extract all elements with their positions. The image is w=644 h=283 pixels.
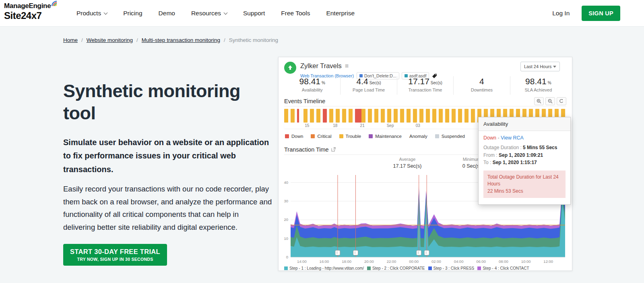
time-range-select[interactable]: Last 24 Hours [520,62,560,71]
stat-sla-achieved: 98.41%SLA Achieved [510,76,566,95]
nav-item-support[interactable]: Support [243,10,265,17]
timeline-bar[interactable] [336,109,340,123]
view-rca-link[interactable]: View RCA [501,135,524,141]
timeline-bar[interactable] [413,109,417,123]
timeline-bar[interactable] [355,109,362,123]
signup-button[interactable]: SIGN UP [582,6,620,21]
step-legend-item: Step - 1 : Loading - http://www.vtitan.c… [284,266,364,271]
timeline-bar[interactable] [445,109,449,123]
breadcrumb-item[interactable]: Home [63,37,78,43]
svg-text:20: 20 [284,217,288,222]
timeline-bar[interactable] [387,109,391,123]
events-timeline-title: Events Timeline [284,98,325,104]
zoom-reset-button[interactable] [557,97,566,105]
timeline-bar[interactable] [368,109,372,123]
breadcrumb-item[interactable]: Multi-step transaction monitoring [142,37,220,43]
average-label: Average [387,157,427,162]
timeline-bar[interactable] [342,109,346,123]
timeline-bar[interactable] [310,109,314,123]
timeline-bar[interactable] [426,109,430,123]
timeline-axis-label: Sep [387,123,394,128]
timeline-bar[interactable] [471,109,475,123]
nav-item-label: Free Tools [281,10,310,17]
breadcrumb-separator: / [81,37,83,43]
stat-label: Transaction Time [397,87,453,92]
timeline-bar[interactable] [297,109,299,123]
breadcrumb-item[interactable]: Website monitoring [87,37,133,43]
nav-item-enterprise[interactable]: Enterprise [326,10,355,17]
status-up-icon [284,62,296,74]
svg-text:08:00: 08:00 [499,259,508,264]
hero-section: Synthetic monitoring tool Simulate user … [63,80,272,266]
timeline-bar[interactable] [323,109,327,123]
logo-brand-text: ManageEngine [4,2,51,10]
timeline-bar[interactable] [419,109,423,123]
timeline-bar[interactable] [400,109,404,123]
stat-transaction-time: 17.17Sec(s)Transaction Time [397,76,454,95]
timeline-bar[interactable] [361,109,365,123]
svg-text:06:00: 06:00 [476,259,486,264]
nav-item-free-tools[interactable]: Free Tools [281,10,310,17]
nav-item-label: Products [76,10,101,17]
logo[interactable]: ManageEngine Site24x7 [4,2,58,21]
legend-swatch [477,266,481,270]
stat-label: SLA Achieved [510,87,566,92]
legend-swatch [367,266,371,270]
timeline-bar[interactable] [458,109,462,123]
stat-label: Downtimes [454,87,510,92]
zoom-in-button[interactable] [534,97,544,105]
hero-description: Easily record your transactions with our… [63,183,272,233]
stat-downtimes: 4Downtimes [454,76,510,95]
transaction-time-title: Transaction Time [284,146,329,153]
stat-value: 17.17Sec(s) [397,77,453,86]
nav-item-pricing[interactable]: Pricing [123,10,142,17]
main-nav: ProductsPricingDemoResourcesSupportFree … [76,0,355,27]
external-link-icon[interactable] [331,147,336,152]
svg-text:30: 30 [284,199,288,203]
nav-item-label: Enterprise [326,10,355,17]
svg-text:20:00: 20:00 [364,259,374,264]
breadcrumb-item: Synthetic monitoring [229,37,278,43]
step-legend-item: Step - 3 : Click PRESS [428,266,475,271]
breadcrumb: Home/Website monitoring/Multi-step trans… [63,37,278,43]
logo-product-text: Site24x7 [4,10,58,21]
timeline-bar[interactable] [291,109,295,123]
timeline-bar[interactable] [349,109,353,123]
timeline-bar[interactable] [407,109,411,123]
timeline-bar[interactable] [381,109,385,123]
svg-text:10:00: 10:00 [521,259,531,264]
timeline-bar[interactable] [284,109,288,123]
timeline-bar[interactable] [303,109,308,123]
nav-item-resources[interactable]: Resources [191,10,227,17]
page-title: Synthetic monitoring tool [63,80,272,125]
menu-icon[interactable]: ≡ [345,63,349,69]
timeline-bar[interactable] [452,109,456,123]
svg-text:02:00: 02:00 [431,259,441,264]
timeline-bar[interactable] [374,109,378,123]
timeline-axis-label: 18 [333,123,337,128]
svg-text:12:00: 12:00 [543,259,553,264]
timeline-bar[interactable] [316,109,320,123]
chevron-down-icon [224,10,228,15]
nav-item-demo[interactable]: Demo [159,10,175,17]
legend-label: Step - 3 : Click PRESS [433,266,475,271]
svg-text:04:00: 04:00 [454,259,464,264]
zoom-out-button[interactable] [545,97,555,105]
svg-text:00:00: 00:00 [409,259,419,264]
timeline-bar[interactable] [464,109,469,123]
timeline-axis-label: 21 [360,123,365,128]
legend-label: Step - 2 : Click CORPORATE [372,266,425,271]
timeline-bar[interactable] [329,109,333,123]
timeline-legend-item: Trouble [339,134,361,139]
step-legend: Step - 1 : Loading - http://www.vtitan.c… [284,266,529,271]
login-link[interactable]: Log In [552,10,570,17]
nav-item-label: Support [243,10,265,17]
timeline-bar[interactable] [432,109,436,123]
total-outage-text: Total Outage Duration for Last 24 Hours [487,174,561,188]
timeline-bar[interactable] [439,109,443,123]
start-trial-button[interactable]: START 30-DAY FREE TRIAL TRY NOW, SIGN UP… [63,244,167,266]
cta-secondary-text: TRY NOW, SIGN UP IN 30 SECONDS [63,257,167,262]
nav-item-label: Pricing [123,10,142,17]
nav-item-products[interactable]: Products [76,10,107,17]
timeline-bar[interactable] [394,109,398,123]
